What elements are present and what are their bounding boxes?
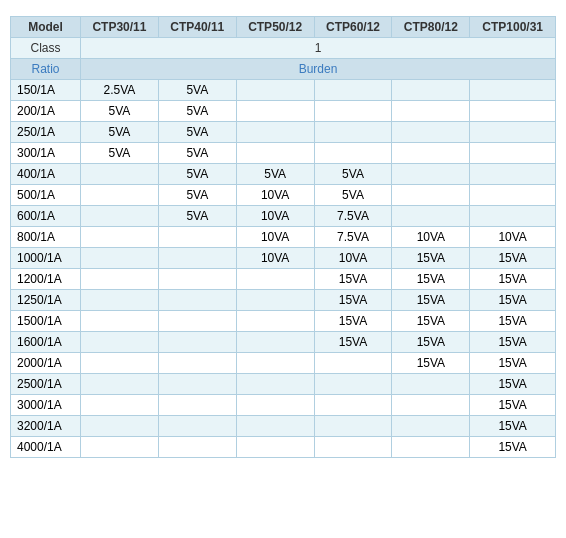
cell-11-1 <box>158 311 236 332</box>
cell-6-4 <box>392 206 470 227</box>
cell-7-1 <box>158 227 236 248</box>
cell-13-5: 15VA <box>470 353 556 374</box>
cell-8-3: 10VA <box>314 248 392 269</box>
cell-9-1 <box>158 269 236 290</box>
cell-14-0 <box>81 374 159 395</box>
cell-7-0 <box>81 227 159 248</box>
table-row: 3200/1A15VA <box>11 416 556 437</box>
cell-12-3: 15VA <box>314 332 392 353</box>
cell-10-0 <box>81 290 159 311</box>
row-label: 600/1A <box>11 206 81 227</box>
table-row: 500/1A5VA10VA5VA <box>11 185 556 206</box>
cell-11-3: 15VA <box>314 311 392 332</box>
cell-12-4: 15VA <box>392 332 470 353</box>
cell-15-4 <box>392 395 470 416</box>
cell-10-3: 15VA <box>314 290 392 311</box>
cell-7-2: 10VA <box>236 227 314 248</box>
cell-4-2: 5VA <box>236 164 314 185</box>
cell-17-3 <box>314 437 392 458</box>
cell-11-4: 15VA <box>392 311 470 332</box>
header-cell-6: CTP100/31 <box>470 17 556 38</box>
table-row: 300/1A5VA5VA <box>11 143 556 164</box>
table-row: 400/1A5VA5VA5VA <box>11 164 556 185</box>
cell-2-2 <box>236 122 314 143</box>
cell-11-2 <box>236 311 314 332</box>
burden-label: Burden <box>81 59 556 80</box>
cell-15-5: 15VA <box>470 395 556 416</box>
cell-1-5 <box>470 101 556 122</box>
cell-2-0: 5VA <box>81 122 159 143</box>
cell-16-0 <box>81 416 159 437</box>
cell-3-5 <box>470 143 556 164</box>
row-label: 3000/1A <box>11 395 81 416</box>
cell-4-1: 5VA <box>158 164 236 185</box>
table-row: 250/1A5VA5VA <box>11 122 556 143</box>
ratio-label: Ratio <box>11 59 81 80</box>
row-label: 400/1A <box>11 164 81 185</box>
cell-16-4 <box>392 416 470 437</box>
cell-5-2: 10VA <box>236 185 314 206</box>
cell-16-1 <box>158 416 236 437</box>
row-label: 4000/1A <box>11 437 81 458</box>
cell-9-3: 15VA <box>314 269 392 290</box>
cell-14-5: 15VA <box>470 374 556 395</box>
cell-10-2 <box>236 290 314 311</box>
cell-8-4: 15VA <box>392 248 470 269</box>
cell-6-5 <box>470 206 556 227</box>
cell-13-4: 15VA <box>392 353 470 374</box>
cell-2-1: 5VA <box>158 122 236 143</box>
header-cell-1: CTP30/11 <box>81 17 159 38</box>
cell-5-5 <box>470 185 556 206</box>
header-cell-3: CTP50/12 <box>236 17 314 38</box>
cell-4-4 <box>392 164 470 185</box>
cell-0-2 <box>236 80 314 101</box>
cell-1-1: 5VA <box>158 101 236 122</box>
cell-5-1: 5VA <box>158 185 236 206</box>
row-label: 500/1A <box>11 185 81 206</box>
cell-16-2 <box>236 416 314 437</box>
table-row: 150/1A2.5VA5VA <box>11 80 556 101</box>
cell-12-1 <box>158 332 236 353</box>
header-cell-0: Model <box>11 17 81 38</box>
header-cell-2: CTP40/11 <box>158 17 236 38</box>
cell-14-2 <box>236 374 314 395</box>
cell-13-1 <box>158 353 236 374</box>
table-header-row: ModelCTP30/11CTP40/11CTP50/12CTP60/12CTP… <box>11 17 556 38</box>
cell-1-2 <box>236 101 314 122</box>
cell-9-0 <box>81 269 159 290</box>
cell-9-2 <box>236 269 314 290</box>
cell-2-5 <box>470 122 556 143</box>
cell-12-5: 15VA <box>470 332 556 353</box>
cell-16-3 <box>314 416 392 437</box>
burden-row: RatioBurden <box>11 59 556 80</box>
cell-17-2 <box>236 437 314 458</box>
cell-10-4: 15VA <box>392 290 470 311</box>
cell-11-5: 15VA <box>470 311 556 332</box>
cell-1-4 <box>392 101 470 122</box>
cell-7-5: 10VA <box>470 227 556 248</box>
cell-3-0: 5VA <box>81 143 159 164</box>
table-row: 1600/1A15VA15VA15VA <box>11 332 556 353</box>
cell-9-5: 15VA <box>470 269 556 290</box>
table-row: 600/1A5VA10VA7.5VA <box>11 206 556 227</box>
cell-5-0 <box>81 185 159 206</box>
table-row: 2500/1A15VA <box>11 374 556 395</box>
cell-5-3: 5VA <box>314 185 392 206</box>
row-label: 1600/1A <box>11 332 81 353</box>
table-row: 2000/1A15VA15VA <box>11 353 556 374</box>
cell-17-1 <box>158 437 236 458</box>
row-label: 3200/1A <box>11 416 81 437</box>
cell-1-3 <box>314 101 392 122</box>
row-label: 1500/1A <box>11 311 81 332</box>
cell-17-4 <box>392 437 470 458</box>
cell-8-0 <box>81 248 159 269</box>
cell-4-3: 5VA <box>314 164 392 185</box>
cell-13-2 <box>236 353 314 374</box>
cell-6-2: 10VA <box>236 206 314 227</box>
cell-15-2 <box>236 395 314 416</box>
cell-15-0 <box>81 395 159 416</box>
row-label: 200/1A <box>11 101 81 122</box>
cell-17-0 <box>81 437 159 458</box>
cell-6-1: 5VA <box>158 206 236 227</box>
cell-6-3: 7.5VA <box>314 206 392 227</box>
